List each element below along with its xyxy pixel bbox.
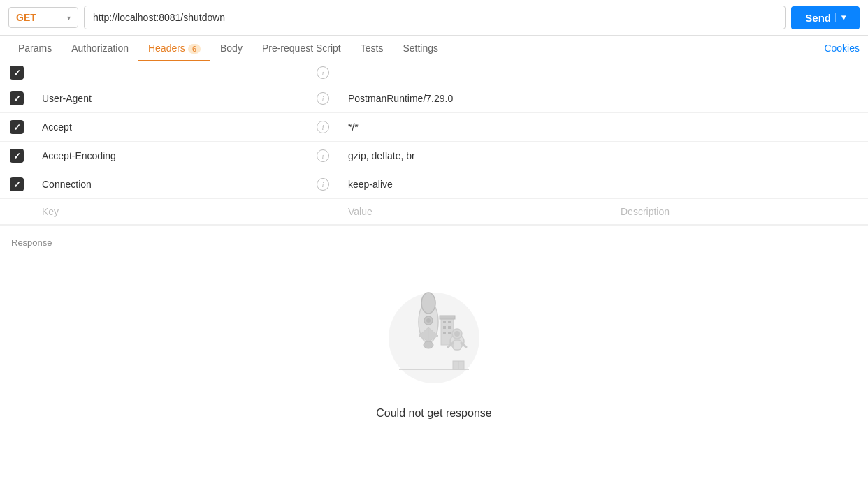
table-row: Accept-Encoding i gzip, deflate, br xyxy=(0,142,868,170)
method-chevron-icon: ▾ xyxy=(67,14,71,22)
headers-badge: 6 xyxy=(188,44,201,54)
send-chevron-icon: ▾ xyxy=(835,13,846,22)
header-desc-partial xyxy=(612,61,868,84)
tab-body[interactable]: Body xyxy=(210,36,252,61)
header-key-partial xyxy=(34,61,306,84)
info-icon: i xyxy=(317,121,329,133)
header-value: gzip, deflate, br xyxy=(340,142,612,170)
svg-point-7 xyxy=(424,341,433,348)
header-desc xyxy=(612,113,868,142)
rocket-illustration xyxy=(378,279,490,390)
svg-rect-12 xyxy=(443,326,446,329)
cookies-link[interactable]: Cookies xyxy=(824,43,860,54)
row-checkbox[interactable] xyxy=(10,149,24,163)
row-checkbox[interactable] xyxy=(10,177,24,191)
header-key: Accept xyxy=(34,113,306,142)
table-row: Accept i */* xyxy=(0,113,868,142)
description-placeholder[interactable]: Description xyxy=(612,199,868,225)
svg-rect-14 xyxy=(443,332,446,334)
headers-table: i User-Agent i PostmanRuntime/7.29.0 Acc… xyxy=(0,61,868,225)
header-key: User-Agent xyxy=(34,84,306,113)
svg-rect-11 xyxy=(448,321,451,323)
table-row: Connection i keep-alive xyxy=(0,170,868,199)
empty-response: Could not get response xyxy=(11,265,857,448)
info-icon: i xyxy=(317,149,329,162)
header-value: PostmanRuntime/7.29.0 xyxy=(340,84,612,113)
top-bar: GET ▾ Send ▾ xyxy=(0,0,868,36)
svg-rect-9 xyxy=(440,316,455,319)
send-label: Send xyxy=(805,12,831,24)
response-section: Response xyxy=(0,225,868,448)
tab-prerequest[interactable]: Pre-request Script xyxy=(252,36,351,61)
svg-rect-13 xyxy=(448,326,451,329)
tab-tests[interactable]: Tests xyxy=(351,36,393,61)
tabs-bar: Params Authorization Headers6 Body Pre-r… xyxy=(0,36,868,61)
header-value: */* xyxy=(340,113,612,142)
svg-point-4 xyxy=(426,318,431,323)
method-label: GET xyxy=(16,12,36,23)
header-desc xyxy=(612,170,868,199)
tab-params[interactable]: Params xyxy=(8,36,62,61)
info-icon: i xyxy=(317,66,329,79)
header-desc xyxy=(612,142,868,170)
row-checkbox[interactable] xyxy=(10,66,24,80)
svg-rect-10 xyxy=(443,321,446,323)
response-label: Response xyxy=(11,237,857,248)
tab-authorization[interactable]: Authorization xyxy=(62,36,138,61)
key-placeholder[interactable]: Key xyxy=(34,199,306,225)
table-row: i xyxy=(0,61,868,84)
tab-headers[interactable]: Headers6 xyxy=(138,36,210,61)
no-response-text: Could not get response xyxy=(376,407,491,420)
header-key: Connection xyxy=(34,170,306,199)
method-selector[interactable]: GET ▾ xyxy=(8,7,78,28)
value-placeholder[interactable]: Value xyxy=(340,199,612,225)
header-value: keep-alive xyxy=(340,170,612,199)
svg-point-2 xyxy=(421,293,435,314)
send-button[interactable]: Send ▾ xyxy=(791,6,860,29)
row-checkbox[interactable] xyxy=(10,91,24,105)
header-value-partial xyxy=(340,61,612,84)
table-row: User-Agent i PostmanRuntime/7.29.0 xyxy=(0,84,868,113)
url-input[interactable] xyxy=(84,6,786,29)
row-checkbox[interactable] xyxy=(10,120,24,134)
header-key: Accept-Encoding xyxy=(34,142,306,170)
svg-rect-19 xyxy=(453,340,461,350)
svg-point-18 xyxy=(454,331,460,337)
info-icon: i xyxy=(317,92,329,105)
svg-rect-15 xyxy=(448,332,451,334)
placeholder-row: Key Value Description xyxy=(0,199,868,225)
tab-settings[interactable]: Settings xyxy=(393,36,448,61)
info-icon: i xyxy=(317,178,329,191)
header-desc xyxy=(612,84,868,113)
